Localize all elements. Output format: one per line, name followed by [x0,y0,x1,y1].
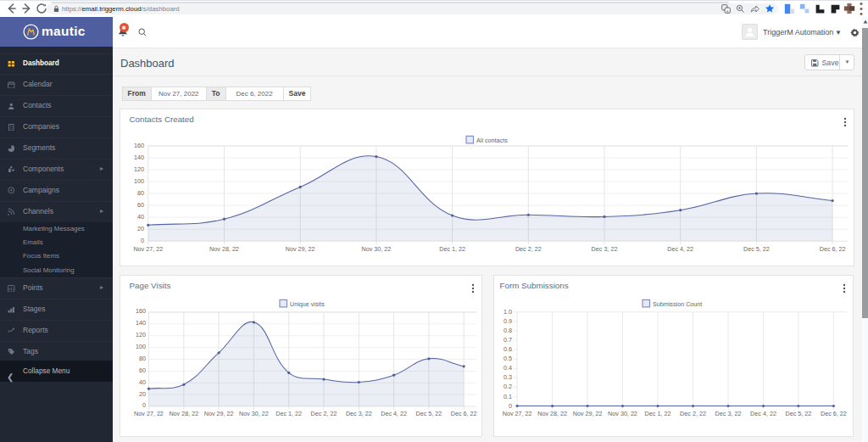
svg-text:60: 60 [139,366,146,374]
svg-text:Nov 28, 22: Nov 28, 22 [209,245,239,253]
svg-text:0: 0 [142,401,146,409]
svg-text:0.4: 0.4 [504,364,512,372]
svg-text:80: 80 [137,189,144,197]
svg-text:0.1: 0.1 [504,393,512,400]
svg-text:Dec 1, 22: Dec 1, 22 [275,410,302,417]
svg-text:Nov 29, 22: Nov 29, 22 [573,410,603,417]
svg-text:120: 120 [136,331,146,338]
svg-text:Dec 1, 22: Dec 1, 22 [439,245,465,253]
svg-text:60: 60 [137,201,144,209]
svg-text:80: 80 [139,355,146,362]
svg-text:Unique visits: Unique visits [290,300,325,308]
svg-text:160: 160 [136,307,146,315]
svg-text:Dec 5, 22: Dec 5, 22 [416,410,442,417]
svg-text:Nov 27, 22: Nov 27, 22 [133,245,163,253]
svg-text:0.2: 0.2 [504,383,512,390]
svg-text:Nov 27, 22: Nov 27, 22 [503,410,532,417]
svg-text:0: 0 [509,402,512,410]
svg-text:0.5: 0.5 [504,355,512,362]
svg-text:Nov 28, 22: Nov 28, 22 [169,410,198,417]
svg-text:Dec 4, 22: Dec 4, 22 [381,410,407,417]
svg-text:Dec 2, 22: Dec 2, 22 [515,245,542,253]
svg-text:Nov 30, 22: Nov 30, 22 [239,410,269,417]
svg-text:0.9: 0.9 [504,317,512,325]
svg-text:Submission Count: Submission Count [653,300,702,308]
svg-text:Dec 6, 22: Dec 6, 22 [451,410,477,417]
svg-text:All contacts: All contacts [476,137,508,144]
svg-text:40: 40 [139,378,146,386]
svg-text:0.3: 0.3 [504,373,512,381]
svg-text:140: 140 [134,154,144,161]
svg-text:Dec 1, 22: Dec 1, 22 [645,410,671,417]
svg-text:0.8: 0.8 [504,327,512,334]
svg-text:Dec 6, 22: Dec 6, 22 [821,410,847,417]
svg-text:40: 40 [137,213,144,221]
svg-text:140: 140 [136,319,146,327]
svg-text:1.0: 1.0 [504,308,512,316]
svg-text:Nov 30, 22: Nov 30, 22 [362,245,392,253]
svg-text:Dec 5, 22: Dec 5, 22 [743,245,770,253]
svg-text:Nov 29, 22: Nov 29, 22 [286,245,315,253]
svg-text:Dec 2, 22: Dec 2, 22 [311,410,337,417]
svg-text:100: 100 [136,343,146,350]
svg-text:20: 20 [139,390,146,398]
svg-text:120: 120 [134,165,144,173]
svg-text:Dec 5, 22: Dec 5, 22 [786,410,812,417]
svg-text:Dec 3, 22: Dec 3, 22 [715,410,742,417]
svg-text:Dec 4, 22: Dec 4, 22 [750,410,776,417]
svg-text:Dec 3, 22: Dec 3, 22 [592,245,618,253]
svg-text:0.7: 0.7 [504,336,512,344]
svg-text:Dec 2, 22: Dec 2, 22 [680,410,706,417]
svg-text:Nov 30, 22: Nov 30, 22 [608,410,637,417]
svg-text:Dec 4, 22: Dec 4, 22 [667,245,693,253]
svg-text:0.6: 0.6 [504,345,512,353]
svg-text:Nov 28, 22: Nov 28, 22 [537,410,567,417]
svg-text:160: 160 [134,142,144,149]
svg-text:Nov 27, 22: Nov 27, 22 [134,410,164,417]
svg-text:20: 20 [137,225,144,232]
svg-text:100: 100 [134,177,144,185]
svg-text:Dec 6, 22: Dec 6, 22 [820,245,846,253]
svg-text:Dec 3, 22: Dec 3, 22 [346,410,372,417]
svg-text:0: 0 [141,237,144,244]
svg-text:Nov 29, 22: Nov 29, 22 [204,410,234,417]
